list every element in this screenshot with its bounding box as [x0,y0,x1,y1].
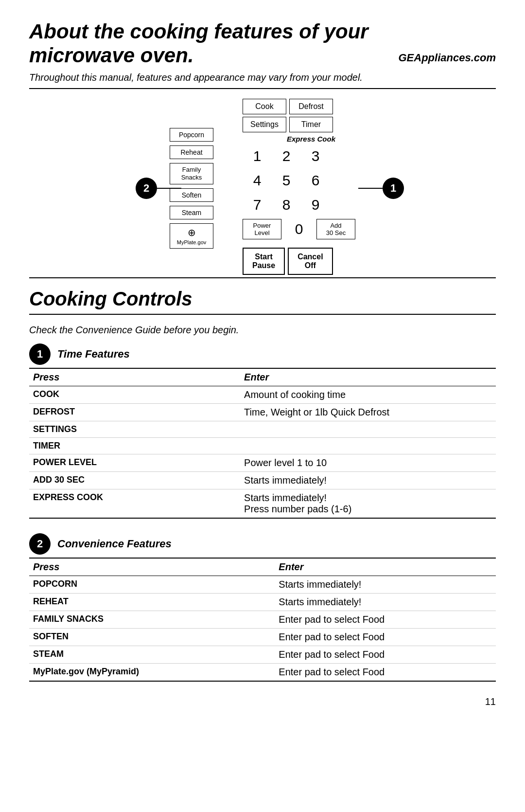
badge-1-right: 1 [358,178,404,199]
numpad-0[interactable]: 0 [284,217,314,241]
cooking-controls-title: Cooking Controls [29,288,496,310]
badge-2-left: 2 [136,178,181,199]
right-panel: Cook Defrost Settings Timer Express Cook… [218,99,355,277]
title-divider [29,88,496,89]
convenience-features-table: Press Enter POPCORN Starts immediately! … [29,558,496,682]
cooking-controls-subtitle: Check the Convenience Guide before you b… [29,325,496,336]
numpad-5[interactable]: 5 [272,168,301,193]
press-express-cook: EXPRESS COOK [29,489,240,519]
press-defrost: DEFROST [29,404,240,421]
table-row: MyPlate.gov (MyPyramid) Enter pad to sel… [29,664,496,682]
btn-cancel-off[interactable]: CancelOff [288,248,332,275]
numpad-1[interactable]: 1 [243,144,272,168]
press-family-snacks: FAMILY SNACKS [29,611,275,629]
table-row: POWER LEVEL Power level 1 to 10 [29,454,496,472]
press-myplate: MyPlate.gov (MyPyramid) [29,664,275,682]
btn-add30sec[interactable]: Add30 Sec [316,219,355,239]
table-row: SOFTEN Enter pad to select Food [29,629,496,646]
time-col1-header: Press [29,368,240,386]
conv-col1-header: Press [29,558,275,576]
second-row: Settings Timer [243,117,355,132]
enter-power-level: Power level 1 to 10 [240,454,496,472]
enter-myplate: Enter pad to select Food [275,664,496,682]
ge-url: GEAppliances.com [398,52,496,64]
time-features-section: 1 Time Features Press Enter COOK Amount … [29,343,496,519]
numpad-6[interactable]: 6 [301,168,330,193]
top-row: Cook Defrost [243,99,355,114]
conv-table-header-row: Press Enter [29,558,496,576]
table-row: ADD 30 SEC Starts immediately! [29,472,496,489]
page-number: 11 [29,696,496,707]
circle-badge-2: 2 [136,178,157,199]
numpad-3[interactable]: 3 [301,144,330,168]
conv-col2-header: Enter [275,558,496,576]
btn-settings[interactable]: Settings [243,117,286,132]
title-line2: microwave oven. [29,44,193,67]
enter-popcorn: Starts immediately! [275,576,496,594]
numpad: 1 2 3 4 5 6 7 8 9 [243,144,355,217]
time-col2-header: Enter [240,368,496,386]
enter-settings [240,421,496,438]
express-cook-label: Express Cook [243,135,380,143]
btn-reheat[interactable]: Reheat [170,145,213,159]
numpad-9[interactable]: 9 [301,193,330,217]
btn-defrost[interactable]: Defrost [289,99,333,114]
line-from-panel [358,188,383,189]
numpad-8[interactable]: 8 [272,193,301,217]
table-row: FAMILY SNACKS Enter pad to select Food [29,611,496,629]
page-title-block: About the cooking features of your micro… [29,19,496,67]
enter-reheat: Starts immediately! [275,594,496,611]
press-settings: SETTINGS [29,421,240,438]
btn-cook[interactable]: Cook [243,99,286,114]
numpad-2[interactable]: 2 [272,144,301,168]
table-row: DEFROST Time, Weight or 1lb Quick Defros… [29,404,496,421]
enter-add30sec: Starts immediately! [240,472,496,489]
convenience-features-title: Convenience Features [57,538,172,550]
diagram-inner: 2 Popcorn Reheat FamilySnacks Soften Ste… [170,99,355,277]
table-row: POPCORN Starts immediately! [29,576,496,594]
cc-title-divider [29,314,496,315]
bottom-numpad-row: PowerLevel 0 Add30 Sec [243,217,355,241]
btn-timer[interactable]: Timer [289,117,333,132]
diagram-area: 2 Popcorn Reheat FamilySnacks Soften Ste… [29,99,496,277]
press-power-level: POWER LEVEL [29,454,240,472]
btn-power-level[interactable]: PowerLevel [243,219,281,239]
table-row: TIMER [29,438,496,454]
btn-steam[interactable]: Steam [170,206,213,219]
time-features-header: 1 Time Features [29,343,496,365]
enter-express-cook: Starts immediately!Press number pads (1-… [240,489,496,519]
subtitle: Throughout this manual, features and app… [29,72,496,83]
convenience-features-section: 2 Convenience Features Press Enter POPCO… [29,533,496,682]
press-soften: SOFTEN [29,629,275,646]
enter-soften: Enter pad to select Food [275,629,496,646]
press-timer: TIMER [29,438,240,454]
table-row: COOK Amount of cooking time [29,386,496,404]
press-reheat: REHEAT [29,594,275,611]
enter-steam: Enter pad to select Food [275,646,496,664]
start-cancel-row: StartPause CancelOff [243,248,355,275]
btn-myplate[interactable]: ⊕ MyPlate.gov [170,223,213,249]
enter-family-snacks: Enter pad to select Food [275,611,496,629]
press-add30sec: ADD 30 SEC [29,472,240,489]
circle-badge-section2: 2 [29,533,51,555]
convenience-features-header: 2 Convenience Features [29,533,496,555]
table-row: STEAM Enter pad to select Food [29,646,496,664]
table-row: SETTINGS [29,421,496,438]
myplate-label: MyPlate.gov [177,239,207,245]
circle-badge-section1: 1 [29,343,51,365]
btn-popcorn[interactable]: Popcorn [170,128,213,142]
press-steam: STEAM [29,646,275,664]
enter-defrost: Time, Weight or 1lb Quick Defrost [240,404,496,421]
numpad-4[interactable]: 4 [243,168,272,193]
myplate-icon: ⊕ [188,227,196,238]
numpad-7[interactable]: 7 [243,193,272,217]
diagram-divider [29,277,496,278]
btn-start-pause[interactable]: StartPause [243,248,285,275]
press-popcorn: POPCORN [29,576,275,594]
table-row: EXPRESS COOK Starts immediately!Press nu… [29,489,496,519]
line-to-panel [157,188,181,189]
circle-badge-1: 1 [383,178,404,199]
table-row: REHEAT Starts immediately! [29,594,496,611]
title-line1: About the cooking features of your [29,19,496,44]
time-features-title: Time Features [57,348,130,361]
